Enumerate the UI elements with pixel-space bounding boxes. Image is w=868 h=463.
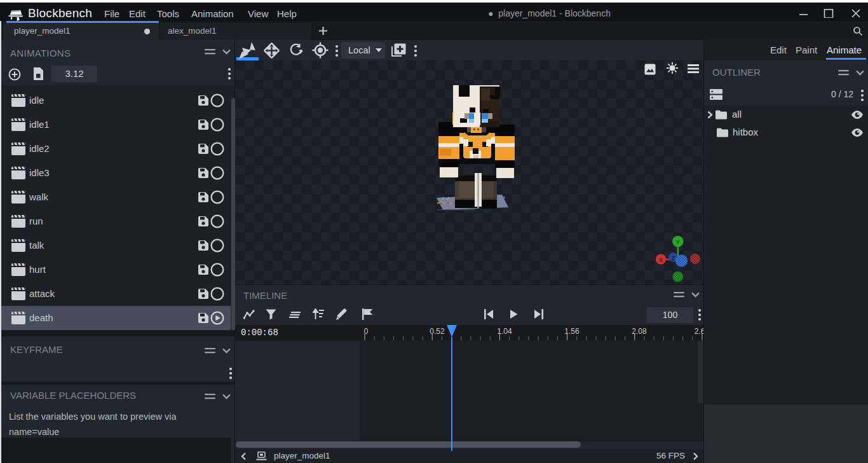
svg-text:1.04: 1.04 — [497, 327, 512, 336]
svg-text:Y: Y — [676, 239, 680, 245]
svg-text:1.56: 1.56 — [564, 327, 580, 336]
svg-text:X: X — [659, 257, 663, 263]
svg-text:Z: Z — [672, 255, 675, 261]
svg-text:2.08: 2.08 — [632, 327, 647, 336]
